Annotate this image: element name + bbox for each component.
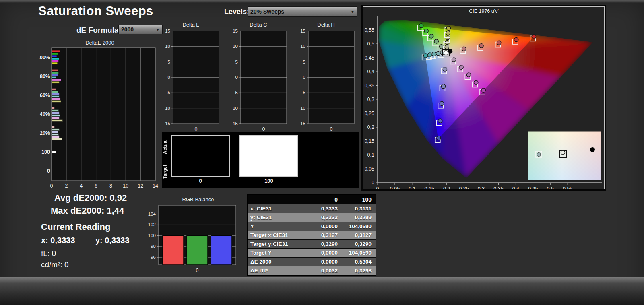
svg-text:12: 12 <box>138 183 143 188</box>
measurement-table: 0 100 x: CIE310,33330,3131y: CIE310,3333… <box>247 194 376 276</box>
delta-l-title: Delta L <box>160 22 221 29</box>
white-point-inset <box>528 131 601 180</box>
svg-text:0,4: 0,4 <box>367 69 374 74</box>
measured-point-magenta <box>459 65 463 69</box>
svg-text:0: 0 <box>330 126 333 132</box>
white-point-circle <box>444 51 448 55</box>
deltaE-chart: DeltaE 2000 02468101214100%80%60%40%20%1… <box>39 40 160 188</box>
svg-text:4: 4 <box>80 183 83 188</box>
svg-text:-15: -15 <box>231 121 238 126</box>
svg-text:0,35: 0,35 <box>493 186 503 189</box>
rgb-bar-blue <box>211 235 232 265</box>
measured-point-green <box>440 45 444 49</box>
levels-value: 20% Sweeps <box>250 8 351 15</box>
avg-de2000: Avg dE2000: 0,92 <box>54 193 127 203</box>
table-cell: 104,0590 <box>342 223 376 229</box>
svg-text:0,4: 0,4 <box>512 186 519 189</box>
rgb-bar-green <box>187 235 208 265</box>
svg-text:15: 15 <box>233 29 238 33</box>
table-row: ΔE 20000,00000,5304 <box>248 257 376 266</box>
svg-text:-15: -15 <box>163 121 170 126</box>
svg-text:-5: -5 <box>166 90 170 95</box>
measured-point-blue <box>443 67 447 71</box>
table-cell: 0,3333 <box>308 214 342 221</box>
current-reading-title: Current Reading <box>41 222 110 232</box>
measured-point-blue <box>437 136 441 140</box>
svg-text:100: 100 <box>41 149 50 155</box>
deltaE-chart-title: DeltaE 2000 <box>39 40 160 47</box>
table-cell: 0,5304 <box>342 259 376 265</box>
measured-point-magenta <box>452 58 456 62</box>
patch-label-0: 0 <box>171 178 230 184</box>
levels-label: Levels: <box>224 8 249 16</box>
svg-text:10: 10 <box>233 44 238 49</box>
svg-text:80%: 80% <box>40 74 50 79</box>
svg-text:60%: 60% <box>40 93 50 98</box>
deltaE-chart-plot: 02468101214100%80%60%40%20%1000 <box>39 47 160 188</box>
svg-text:0: 0 <box>47 168 50 174</box>
table-row-label: Target x:CIE31 <box>248 232 308 238</box>
svg-text:20%: 20% <box>40 130 50 136</box>
current-y: y: 0,3333 <box>95 236 130 245</box>
svg-text:-10: -10 <box>299 106 305 111</box>
deltaE-bar-group-100 <box>52 151 56 153</box>
chevron-down-icon: ▼ <box>351 10 355 14</box>
svg-text:0,55: 0,55 <box>563 186 572 189</box>
svg-text:15: 15 <box>165 29 170 33</box>
svg-text:0: 0 <box>376 186 379 189</box>
measured-point-red <box>514 37 518 41</box>
table-cell: 0,3131 <box>342 206 376 212</box>
svg-text:96: 96 <box>151 255 156 260</box>
actual-target-panel: Actual Target 0 100 <box>162 132 359 188</box>
svg-text:0: 0 <box>235 75 238 80</box>
svg-text:0: 0 <box>196 268 199 273</box>
table-row: Target Y0,0000104,0590 <box>248 248 376 257</box>
svg-text:6: 6 <box>95 183 97 188</box>
svg-text:0: 0 <box>372 180 374 185</box>
current-cdm2: cd/m²: 0 <box>41 260 69 269</box>
de-formula-dropdown[interactable]: 2000 ▼ <box>118 25 163 34</box>
table-row: Y0,0000104,0590 <box>248 222 376 231</box>
svg-text:0: 0 <box>303 75 305 80</box>
measured-point-cyan <box>436 51 440 55</box>
delta-l-chart: Delta L -15-10-50510150 <box>160 22 221 134</box>
color-patch-100 <box>239 135 298 177</box>
svg-text:10: 10 <box>123 183 128 188</box>
delta-c-title: Delta C <box>228 22 289 29</box>
current-fl: fL: 0 <box>41 249 56 258</box>
delta-h-plot: -15-10-50510150 <box>295 29 357 134</box>
svg-text:0,05: 0,05 <box>390 186 400 189</box>
svg-text:0,25: 0,25 <box>459 186 469 189</box>
measured-point-blue <box>440 101 444 105</box>
cie-diagram-title: CIE 1976 u'v' <box>363 8 605 14</box>
inset-measured-circle <box>537 153 541 157</box>
table-cell: 0,0032 <box>308 268 342 274</box>
svg-text:0,1: 0,1 <box>367 152 374 158</box>
measured-point-magenta <box>474 80 478 84</box>
delta-l-plot: -15-10-50510150 <box>160 29 221 134</box>
measured-point-cyan <box>424 54 428 58</box>
delta-h-title: Delta H <box>295 22 357 29</box>
svg-text:0: 0 <box>168 75 170 80</box>
rgb-balance-chart: RGB Balance 96981001021040 <box>144 196 237 276</box>
svg-text:102: 102 <box>148 222 156 227</box>
window-top-edge <box>0 0 644 3</box>
table-header-col100: 100 <box>342 196 376 203</box>
svg-text:0,35: 0,35 <box>365 83 374 89</box>
table-row: y: CIE310,33330,3299 <box>248 213 376 222</box>
svg-text:0,2: 0,2 <box>367 124 374 130</box>
levels-dropdown[interactable]: 20% Sweeps ▼ <box>248 6 357 17</box>
measured-point-cyan <box>428 53 432 57</box>
svg-text:100: 100 <box>148 233 156 238</box>
svg-text:-5: -5 <box>234 90 238 95</box>
table-cell: 0,0000 <box>308 259 342 265</box>
svg-text:10: 10 <box>300 44 305 49</box>
table-row-label: ΔE ITP <box>248 268 308 274</box>
svg-text:0,5: 0,5 <box>547 186 554 189</box>
current-reading-dot <box>448 49 452 54</box>
table-cell: 0,3290 <box>308 241 342 247</box>
table-cell: 0,3298 <box>342 268 376 274</box>
svg-text:5: 5 <box>235 60 238 64</box>
svg-text:-15: -15 <box>299 121 305 126</box>
svg-text:0: 0 <box>50 183 53 188</box>
